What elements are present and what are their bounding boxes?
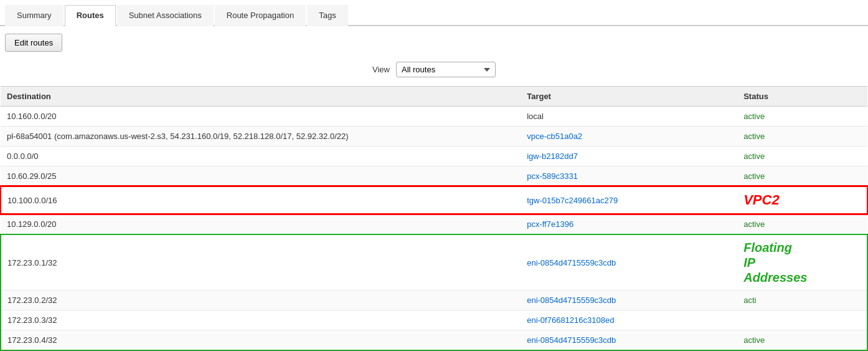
table-row: 10.160.0.0/20localactive: [1, 107, 867, 127]
target-link[interactable]: pcx-ff7e1396: [527, 219, 573, 229]
cell-status: VPC2: [737, 186, 867, 214]
col-header-status: Status: [737, 87, 867, 107]
target-link[interactable]: vpce-cb51a0a2: [527, 132, 582, 141]
cell-destination: 172.23.0.2/32: [1, 291, 521, 310]
cell-status: active: [737, 166, 867, 187]
cell-target: local: [521, 107, 737, 127]
cell-destination: 172.23.0.1/32: [1, 234, 521, 291]
cell-status: FloatingIPAddresses: [737, 234, 867, 291]
cell-target: igw-b2182dd7: [521, 147, 737, 166]
target-link[interactable]: tgw-015b7c249661ac279: [527, 196, 618, 205]
cell-target: eni-0f76681216c3108ed: [521, 310, 737, 330]
cell-target: tgw-015b7c249661ac279: [521, 186, 737, 214]
toolbar: Edit routes: [0, 26, 868, 59]
tab-summary[interactable]: Summary: [5, 5, 64, 26]
target-link[interactable]: igw-b2182dd7: [527, 151, 578, 161]
annotation-floating: FloatingIPAddresses: [743, 241, 807, 284]
cell-status: active: [737, 147, 867, 166]
cell-destination: 10.129.0.0/20: [1, 214, 521, 234]
cell-status: acti: [737, 291, 867, 310]
table-row: 10.60.29.0/25pcx-589c3331active: [1, 166, 867, 187]
cell-target: eni-0854d4715559c3cdb: [521, 330, 737, 351]
cell-status: [737, 310, 867, 330]
cell-target: vpce-cb51a0a2: [521, 127, 737, 147]
table-row: 10.100.0.0/16tgw-015b7c249661ac279VPC2: [1, 186, 867, 214]
target-link[interactable]: eni-0854d4715559c3cdb: [527, 296, 616, 305]
tabs-bar: SummaryRoutesSubnet AssociationsRoute Pr…: [0, 0, 868, 26]
tab-subnet-associations[interactable]: Subnet Associations: [117, 5, 214, 26]
col-header-destination: Destination: [1, 87, 521, 107]
table-row: pl-68a54001 (com.amazonaws.us-west-2.s3,…: [1, 127, 867, 147]
edit-routes-button[interactable]: Edit routes: [5, 34, 62, 52]
table-row: 172.23.0.1/32eni-0854d4715559c3cdbFloati…: [1, 234, 867, 291]
table-row: 172.23.0.2/32eni-0854d4715559c3cdbacti: [1, 291, 867, 310]
tab-routes[interactable]: Routes: [65, 5, 116, 26]
routes-table: DestinationTargetStatus 10.160.0.0/20loc…: [0, 86, 868, 351]
tab-route-propagation[interactable]: Route Propagation: [215, 5, 306, 26]
table-row: 172.23.0.4/32eni-0854d4715559c3cdbactive: [1, 330, 867, 351]
cell-status: active: [737, 214, 867, 234]
target-link[interactable]: eni-0854d4715559c3cdb: [527, 258, 616, 267]
tab-tags[interactable]: Tags: [307, 5, 347, 26]
cell-destination: 10.100.0.0/16: [1, 186, 521, 214]
col-header-target: Target: [521, 87, 737, 107]
cell-target: eni-0854d4715559c3cdb: [521, 234, 737, 291]
target-link[interactable]: eni-0f76681216c3108ed: [527, 315, 614, 325]
view-select[interactable]: All routesActive routesNon-active routes: [396, 62, 496, 77]
cell-destination: 172.23.0.4/32: [1, 330, 521, 351]
cell-status: active: [737, 107, 867, 127]
view-label: View: [372, 65, 390, 74]
cell-target: pcx-589c3331: [521, 166, 737, 187]
cell-destination: pl-68a54001 (com.amazonaws.us-west-2.s3,…: [1, 127, 521, 147]
view-filter: View All routesActive routesNon-active r…: [0, 59, 868, 86]
cell-destination: 10.60.29.0/25: [1, 166, 521, 187]
cell-destination: 10.160.0.0/20: [1, 107, 521, 127]
cell-target: pcx-ff7e1396: [521, 214, 737, 234]
cell-target: eni-0854d4715559c3cdb: [521, 291, 737, 310]
cell-destination: 172.23.0.3/32: [1, 310, 521, 330]
target-link[interactable]: pcx-589c3331: [527, 171, 578, 181]
target-link[interactable]: eni-0854d4715559c3cdb: [527, 335, 616, 345]
annotation-vpc2: VPC2: [743, 192, 779, 208]
cell-destination: 0.0.0.0/0: [1, 147, 521, 166]
cell-status: active: [737, 330, 867, 351]
table-row: 172.23.0.3/32eni-0f76681216c3108ed: [1, 310, 867, 330]
cell-status: active: [737, 127, 867, 147]
table-row: 10.129.0.0/20pcx-ff7e1396active: [1, 214, 867, 234]
table-row: 0.0.0.0/0igw-b2182dd7active: [1, 147, 867, 166]
